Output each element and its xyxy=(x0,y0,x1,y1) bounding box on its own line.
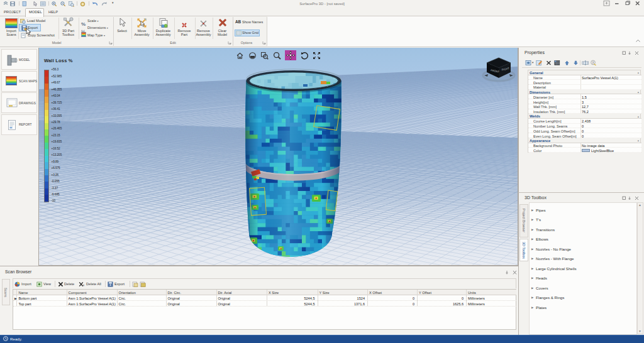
svg-text:?: ? xyxy=(592,61,594,65)
svg-text:×: × xyxy=(82,283,84,287)
